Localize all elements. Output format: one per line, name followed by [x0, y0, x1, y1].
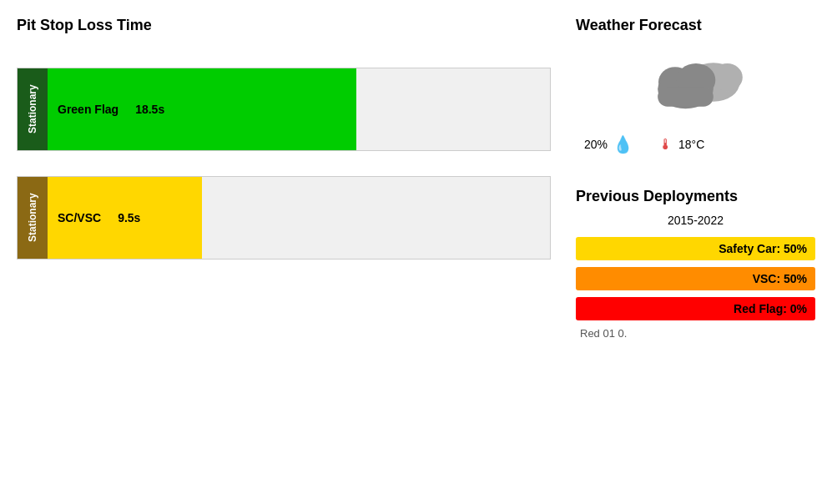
- rain-icon: 💧: [613, 134, 633, 154]
- right-panel: Weather Forecast 20% 💧: [567, 0, 832, 504]
- weather-title: Weather Forecast: [576, 17, 815, 34]
- green-stationary-label: Stationary: [18, 68, 48, 150]
- red-flag-bar: Red Flag: 0%: [576, 297, 815, 320]
- temperature: 18°C: [678, 138, 704, 151]
- vsc-pct: 50%: [784, 272, 807, 285]
- safety-car-pct: 50%: [784, 242, 807, 255]
- vsc-bar: VSC: 50%: [576, 267, 815, 290]
- rain-pct: 20%: [584, 138, 608, 151]
- green-bar-empty: [356, 68, 550, 150]
- red-flag-label: Red Flag:: [734, 302, 790, 315]
- green-flag-bar-row: Stationary Green Flag 18.5s: [17, 68, 551, 151]
- cloud-icon: [646, 51, 746, 113]
- rain-stat: 20% 💧: [584, 134, 633, 154]
- left-panel: Pit Stop Loss Time Stationary Green Flag…: [0, 0, 567, 504]
- sc-vsc-flag-type: SC/VSC: [58, 211, 101, 224]
- safety-car-label: Safety Car:: [719, 242, 784, 255]
- red-flag-pct: 0%: [790, 302, 807, 315]
- deployments-section: Previous Deployments 2015-2022 Safety Ca…: [576, 188, 815, 340]
- pit-stop-title: Pit Stop Loss Time: [17, 17, 551, 34]
- svg-point-1: [712, 63, 743, 91]
- green-fill: Green Flag 18.5s: [48, 68, 356, 150]
- green-flag-bar-section: Stationary Green Flag 18.5s: [17, 68, 551, 151]
- safety-car-bar: Safety Car: 50%: [576, 237, 815, 260]
- yellow-stationary-label: Stationary: [18, 177, 48, 259]
- svg-rect-5: [658, 87, 714, 106]
- sc-vsc-flag-time: 9.5s: [118, 211, 140, 224]
- weather-section: Weather Forecast 20% 💧: [576, 17, 815, 154]
- deployments-title: Previous Deployments: [576, 188, 815, 205]
- yellow-fill: SC/VSC 9.5s: [48, 177, 202, 259]
- sc-vsc-bar-row: Stationary SC/VSC 9.5s: [17, 176, 551, 260]
- year-range: 2015-2022: [576, 214, 815, 227]
- thermometer-icon: 🌡: [658, 136, 673, 154]
- green-flag-type: Green Flag: [58, 103, 118, 116]
- green-flag-time: 18.5s: [135, 103, 164, 116]
- cloud-container: [576, 51, 815, 118]
- yellow-bar-empty: [202, 177, 550, 259]
- red-note: Red 01 0.: [576, 327, 815, 340]
- green-bar-text: Green Flag 18.5s: [58, 103, 164, 116]
- vsc-label: VSC:: [753, 272, 784, 285]
- weather-stats: 20% 💧 🌡 18°C: [576, 134, 815, 154]
- sc-vsc-bar-section: Stationary SC/VSC 9.5s: [17, 176, 551, 260]
- yellow-bar-text: SC/VSC 9.5s: [58, 211, 140, 224]
- temp-stat: 🌡 18°C: [658, 136, 704, 154]
